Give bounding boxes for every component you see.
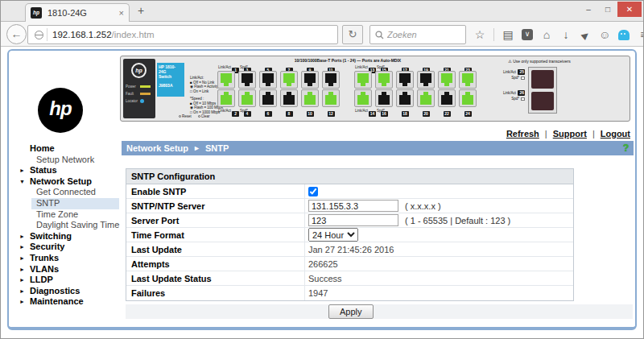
breadcrumb-arrow-icon: ►: [193, 141, 200, 155]
apply-band: Apply: [126, 304, 633, 319]
sidebar-item-label: Get Connected: [36, 187, 96, 196]
config-row-server-port: Server Port( 1 - 65535 | Default : 123 ): [126, 213, 573, 228]
close-button[interactable]: ✕: [617, 2, 642, 17]
panel-title: SNTP Configuration: [126, 169, 573, 184]
url-host[interactable]: 192.168.1.252: [52, 30, 112, 39]
sidebar-item-label: Security: [30, 242, 64, 251]
reload-button[interactable]: ↻: [342, 25, 363, 44]
model-line2: Switch: [159, 74, 183, 79]
server-port-input[interactable]: [308, 214, 398, 226]
url-path[interactable]: /index.htm: [112, 30, 155, 39]
sidebar-item-label: Maintenance: [30, 296, 84, 306]
sidebar-item-label: Diagnostics: [30, 286, 80, 296]
reset-clear-buttons: ResetClear: [179, 114, 235, 118]
port-24-jack: [459, 89, 477, 107]
value-text: Jan 27 21:45:26 2016: [308, 245, 394, 254]
new-tab-button[interactable]: +: [138, 4, 144, 17]
tab-close-icon[interactable]: ×: [119, 8, 124, 18]
chevron-collapsed-icon[interactable]: ►: [19, 231, 25, 242]
field-hint: ( 1 - 65535 | Default : 123 ): [405, 216, 510, 225]
port-column: 1516: [375, 64, 393, 114]
port-badge-row: 6: [259, 108, 277, 114]
port-column: 910: [301, 64, 319, 114]
window-controls: –□✕: [579, 2, 642, 17]
port-badge-row: 3: [238, 64, 256, 70]
config-label: Last Update Status: [126, 271, 305, 285]
sidebar-item-home[interactable]: Home: [12, 143, 119, 155]
led-locator: Locator: [126, 97, 155, 105]
sidebar-item-trunks[interactable]: ►Trunks: [12, 253, 119, 264]
sntp-ntp-server-input[interactable]: [308, 200, 398, 212]
menu-icon[interactable]: ≡: [638, 28, 644, 41]
logout-link[interactable]: Logout: [601, 129, 630, 138]
locator-led-icon: [140, 99, 144, 103]
browser-tab[interactable]: hp 1810-24G ×: [25, 3, 130, 22]
port-1-jack: [217, 71, 235, 89]
sidebar-item-get-connected[interactable]: Get Connected: [12, 187, 119, 198]
apply-button[interactable]: Apply: [328, 304, 374, 319]
sidebar-item-network-setup[interactable]: ▼Network Setup: [12, 176, 119, 188]
port-19-jack: [417, 71, 435, 89]
port-number-badge: 6: [265, 111, 272, 117]
clear-recessed-button: Clear: [198, 114, 210, 118]
switch-model-label: HP 1810-24G Switch J9803A: [157, 63, 184, 97]
breadcrumb-section: Network Setup: [126, 141, 188, 155]
help-icon[interactable]: ?: [623, 141, 629, 155]
port-13-jack: [354, 71, 372, 89]
chevron-collapsed-icon[interactable]: ►: [19, 296, 25, 308]
chevron-collapsed-icon[interactable]: ►: [19, 264, 25, 275]
sidebar-item-vlans[interactable]: ►VLANs: [12, 264, 119, 275]
search-input[interactable]: [387, 30, 460, 39]
chevron-collapsed-icon[interactable]: ►: [19, 253, 25, 264]
feedback-smiley-icon[interactable]: ☺: [599, 28, 610, 41]
bookmark-star-icon[interactable]: ☆: [474, 28, 485, 41]
sidebar-item-setup-network[interactable]: Setup Network: [12, 155, 119, 166]
support-link[interactable]: Support: [553, 129, 587, 138]
chevron-expanded-icon[interactable]: ▼: [19, 176, 25, 188]
maximize-button[interactable]: □: [598, 2, 617, 17]
config-row-last-update-status: Last Update StatusSuccess: [126, 271, 573, 286]
sidebar-item-maintenance[interactable]: ►Maintenance: [12, 296, 119, 308]
browser-titlebar: hp 1810-24G × + –□✕: [1, 1, 643, 21]
time-format-select[interactable]: 24 Hour: [308, 228, 358, 242]
sidebar-item-switching[interactable]: ►Switching: [12, 231, 119, 242]
port-20-jack: [417, 89, 435, 107]
chevron-collapsed-icon[interactable]: ►: [19, 286, 25, 297]
reading-list-icon[interactable]: ▤: [502, 28, 514, 41]
minimize-button[interactable]: –: [579, 2, 598, 17]
sidebar-item-time-zone[interactable]: Time Zone: [12, 209, 119, 221]
search-bar[interactable]: [369, 25, 466, 44]
chevron-collapsed-icon[interactable]: ►: [19, 275, 25, 286]
pocket-icon[interactable]: ∨: [522, 29, 533, 40]
sidebar-item-sntp[interactable]: SNTP: [12, 198, 119, 209]
port-badge-row: 7: [280, 64, 298, 70]
sidebar-item-status[interactable]: ►Status: [12, 165, 119, 176]
led-label: Fault: [126, 92, 140, 96]
port-number-badge: 12: [328, 111, 335, 117]
back-button[interactable]: ←: [6, 24, 27, 44]
share-icon[interactable]: ▶: [577, 27, 592, 43]
refresh-link[interactable]: Refresh: [506, 129, 539, 138]
config-label: Server Port: [126, 213, 305, 227]
port-badge-row: 22: [438, 108, 456, 114]
sidebar-item-security[interactable]: ►Security: [12, 242, 119, 253]
port-number-badge: 25: [518, 69, 525, 75]
site-identity-globe-icon[interactable]: [35, 31, 43, 39]
url-bar[interactable]: 192.168.1.252/index.htm: [27, 25, 338, 44]
ghostery-icon[interactable]: [618, 30, 630, 40]
port-column: 34: [238, 64, 256, 114]
enable-sntp-checkbox[interactable]: [308, 187, 318, 196]
port-16-jack: [375, 89, 393, 107]
sidebar-item-lldp[interactable]: ►LLDP: [12, 275, 119, 286]
chevron-collapsed-icon[interactable]: ►: [19, 165, 25, 176]
downloads-icon[interactable]: ↓: [560, 28, 572, 41]
sidebar-item-diagnostics[interactable]: ►Diagnostics: [12, 286, 119, 297]
chevron-collapsed-icon[interactable]: ►: [19, 242, 25, 253]
sidebar-item-daylight-saving-time[interactable]: Daylight Saving Time: [12, 220, 119, 231]
port-badge-row: 23: [459, 64, 477, 70]
home-icon[interactable]: ⌂: [541, 28, 552, 41]
port-3-jack: [238, 71, 256, 89]
browser-toolbar: ← 192.168.1.252/index.htm ↻ ☆▤∨⌂↓▶☺≡: [1, 21, 643, 47]
page-content: hp hp PowerFaultLocator HP 1810-24G Swit…: [1, 47, 643, 339]
url-separator: [47, 28, 47, 41]
